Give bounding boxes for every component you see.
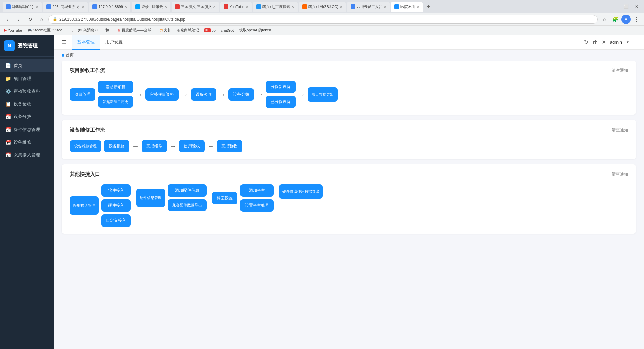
quicklinks-header: 其他快捷入口 清空通知	[70, 171, 628, 178]
tab-close-10[interactable]: ✕	[417, 5, 419, 9]
tab-youtube[interactable]: YouTube ✕	[220, 2, 252, 12]
bookmark-leetcode[interactable]: 力 力扣	[158, 27, 173, 33]
breadcrumb-text: 首页	[66, 52, 74, 58]
maintenance-flow-row: 设备维修管理 设备报修 → 完成维修 → 使用验收	[70, 140, 628, 152]
flow-node-done-accept[interactable]: 完成验收	[217, 140, 242, 152]
extension-button[interactable]: 🧩	[610, 15, 620, 24]
maintenance-clear-button[interactable]: 清空通知	[612, 127, 628, 133]
tab-7[interactable]: 猪八戒_百度搜索 ✕	[253, 2, 298, 12]
bookmark-notes[interactable]: 谷粒商城笔记	[175, 27, 200, 33]
profile-button[interactable]: A	[621, 15, 631, 24]
tab-4[interactable]: 登录 - 腾讯云 ✕	[132, 2, 170, 12]
flow-group-dist-sub: 分拨新设备 已分拨设备	[266, 81, 296, 108]
sidebar-item-acceptance[interactable]: 📋 设备验收	[0, 98, 54, 110]
maximize-button[interactable]: ⬜	[621, 2, 631, 11]
close-icon[interactable]: ✕	[602, 39, 606, 45]
admin-dropdown-icon[interactable]: ▼	[626, 40, 629, 44]
tab-basic-management[interactable]: 基本管理	[72, 35, 100, 50]
quicklinks-clear-button[interactable]: 清空通知	[612, 171, 628, 177]
menu-toggle-button[interactable]: ☰	[59, 38, 69, 47]
flow-group-dept-mgmt: 科室设置	[212, 192, 237, 204]
tab-close-7[interactable]: ✕	[291, 5, 294, 9]
flow-node-maint-mgmt[interactable]: 设备维修管理	[70, 140, 101, 152]
bookmark-chatgpt[interactable]: chatGpt	[220, 28, 235, 33]
menu-button[interactable]: ⋮	[632, 15, 641, 24]
flow-node-hardware[interactable]: 硬件接入	[101, 199, 131, 212]
flow-node-complete-maint[interactable]: 完成维修	[142, 140, 167, 152]
flow-node-distribution[interactable]: 设备分拨	[228, 88, 254, 101]
flow-node-parts-mgmt[interactable]: 配件信息管理	[136, 189, 165, 207]
tab-close-3[interactable]: ✕	[124, 5, 127, 9]
flow-node-parts-export[interactable]: 兼容配件数据导出	[168, 199, 207, 211]
project-clear-button[interactable]: 清空通知	[612, 68, 628, 73]
sidebar-item-maintenance[interactable]: 📅 设备维修	[0, 136, 54, 149]
flow-node-software[interactable]: 软件接入	[101, 184, 131, 197]
forward-button[interactable]: ›	[14, 15, 23, 24]
address-bar[interactable]: 🔒 219.153.3.227:8080/outside/pages/hospi…	[48, 15, 598, 24]
home-browser-button[interactable]: ⌂	[37, 15, 46, 24]
refresh-icon[interactable]: ↻	[584, 39, 588, 45]
sidebar-item-collection[interactable]: 📅 采集接入管理	[0, 149, 54, 161]
flow-node-use-accept[interactable]: 使用验收	[179, 140, 205, 152]
flow-node-hw-export[interactable]: 硬件协议使用数据导出	[279, 184, 323, 199]
delete-icon[interactable]: 🗑	[592, 39, 598, 45]
tab-close-1[interactable]: ✕	[36, 5, 38, 9]
flow-node-device-acceptance[interactable]: 设备验收	[191, 88, 216, 101]
sidebar-item-distribution[interactable]: 📅 设备分拨	[0, 110, 54, 123]
tab-10-active[interactable]: 医院界面 ✕	[391, 2, 423, 12]
star-button[interactable]: ☆	[600, 15, 609, 24]
bookmark-get[interactable]: (80条消息) GET 和...	[77, 27, 113, 33]
bookmark-openai[interactable]: 获取openAI的token	[238, 27, 272, 33]
new-tab-button[interactable]: +	[424, 2, 433, 11]
flow-node-new-dist[interactable]: 分拨新设备	[266, 81, 296, 93]
bookmark-youtube[interactable]: ▶ YouTube	[3, 27, 23, 33]
flow-node-dept-settings[interactable]: 科室设置	[212, 192, 237, 204]
back-button[interactable]: ‹	[3, 15, 12, 24]
flow-node-custom[interactable]: 自定义接入	[101, 214, 131, 227]
tab-close-9[interactable]: ✕	[384, 5, 386, 9]
flow-node-add-dept[interactable]: 添加科室	[240, 184, 274, 197]
tab-close-8[interactable]: ✕	[340, 5, 342, 9]
minimize-button[interactable]: —	[610, 2, 620, 11]
flow-node-new-project-history[interactable]: 发起新项目历史	[98, 96, 133, 108]
flow-node-export[interactable]: 项目数据导出	[308, 87, 338, 102]
more-icon[interactable]: ⋮	[633, 39, 639, 45]
flow-node-review[interactable]: 审核项目资料	[145, 88, 179, 101]
flow-group-device-acceptance: 设备验收	[191, 88, 216, 101]
sidebar-item-project[interactable]: 📁 项目管理	[0, 72, 54, 85]
close-browser-button[interactable]: ✕	[632, 2, 641, 11]
review-icon: ⚙️	[5, 89, 11, 94]
tab-9[interactable]: 八戒云员工入驻 ✕	[347, 2, 390, 12]
tab-3[interactable]: 127.0.0.1:8899 ✕	[89, 2, 130, 12]
flow-node-set-dept-account[interactable]: 设置科室账号	[240, 199, 274, 212]
flow-node-maint-report[interactable]: 设备报修	[104, 140, 129, 152]
bookmark-pp[interactable]: PH pp	[203, 28, 217, 33]
sidebar-item-parts[interactable]: 📅 备件信息管理	[0, 123, 54, 136]
tab-5[interactable]: 三国演义 三国演义 ✕	[172, 2, 219, 12]
tab-close-5[interactable]: ✕	[213, 5, 216, 9]
sidebar-item-review[interactable]: ⚙️ 审核验收资料	[0, 85, 54, 98]
reload-button[interactable]: ↻	[25, 15, 35, 24]
admin-label[interactable]: admin	[610, 40, 622, 45]
tab-8[interactable]: 猪八戒网(ZBJ.CO) ✕	[299, 2, 346, 12]
flow-group-dept-sub: 添加科室 设置科室账号	[240, 184, 274, 212]
flow-node-add-parts[interactable]: 添加配件信息	[168, 184, 207, 197]
tab-2[interactable]: 295. 商城业务-方 ✕	[43, 2, 88, 12]
bookmark-baidu[interactable]: 百 百度贴吧——全球...	[116, 27, 156, 33]
tab-youtube-label: YouTube	[230, 5, 244, 9]
flow-node-project-mgmt[interactable]: 项目管理	[70, 88, 95, 101]
flow-node-collection-mgmt[interactable]: 采集接入管理	[70, 196, 99, 215]
tab-1[interactable]: 哗哗哗哗('·`·)· ✕	[3, 2, 42, 12]
flow-node-new-project[interactable]: 发起新项目	[98, 81, 133, 93]
tab-close-4[interactable]: ✕	[164, 5, 167, 9]
sidebar-item-home[interactable]: 📄 首页	[0, 59, 54, 72]
tab-close-2[interactable]: ✕	[82, 5, 84, 9]
flow-node-already-dist[interactable]: 已分拨设备	[266, 96, 296, 108]
browser-tab-bar: 哗哗哗哗('·`·)· ✕ 295. 商城业务-方 ✕ 127.0.0.1:88…	[0, 0, 644, 13]
flow-group-collection-sub: 软件接入 硬件接入 自定义接入	[101, 184, 131, 227]
tab-user-settings[interactable]: 用户设置	[100, 35, 128, 50]
bookmark-it[interactable]: it	[69, 28, 74, 33]
sidebar-logo: N 医院管理	[0, 35, 54, 57]
tab-close-youtube[interactable]: ✕	[246, 5, 248, 9]
bookmark-steam[interactable]: 🎮 Steam社区 :: Stea...	[26, 27, 67, 33]
